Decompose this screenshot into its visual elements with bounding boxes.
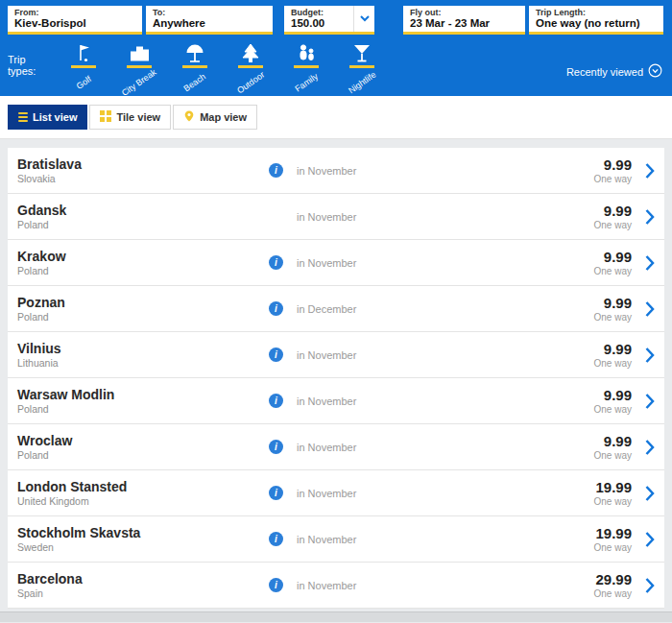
chevron-right-icon[interactable] [645,486,655,501]
price-block: 19.99 One way [594,479,632,507]
chevron-right-icon[interactable] [645,578,655,593]
underline-bar [182,65,207,68]
trip-length-value: One way (no return) [536,17,657,30]
budget-field[interactable]: Budget: 150.00 [284,6,374,35]
to-field[interactable]: To: Anywhere [146,6,273,35]
fare-type-label: One way [594,542,632,553]
travel-month: in November [297,395,594,407]
trip-length-field[interactable]: Trip Length: One way (no return) [529,6,663,35]
tab-map-view[interactable]: Map view [173,105,257,130]
fare-type-label: One way [594,588,632,599]
tree-icon [240,42,261,63]
travel-month: in November [297,349,594,361]
price-block: 9.99 One way [594,203,632,230]
results-list: Bratislava Slovakia in November 9.99 One… [8,148,664,609]
grid-icon [100,110,111,124]
chevron-right-icon[interactable] [645,255,655,271]
info-icon[interactable] [269,301,283,316]
price-block: 9.99 One way [594,249,632,276]
city-break-icon [129,42,150,63]
result-row[interactable]: London Stansted United Kingdom in Novemb… [8,470,664,516]
fly-out-field[interactable]: Fly out: 23 Mar - 23 Mar [403,6,525,35]
golf-icon [73,42,94,63]
trip-type-beach[interactable]: Beach [167,42,223,87]
destination: Wroclaw Poland [17,433,269,461]
price-value: 9.99 [594,295,632,311]
fare-type-label: One way [594,266,632,276]
fare-type-label: One way [594,312,632,323]
result-row[interactable]: Warsaw Modlin Poland in November 9.99 On… [8,378,664,424]
info-icon[interactable] [269,255,283,270]
city-name: Gdansk [17,203,269,218]
result-row[interactable]: Stockholm Skavsta Sweden in November 19.… [8,516,664,563]
price-value: 29.99 [594,571,632,587]
destination: Krakow Poland [17,249,269,276]
from-label: From: [14,8,135,17]
info-icon[interactable] [269,486,283,500]
chevron-right-icon[interactable] [645,394,655,409]
chevron-right-icon[interactable] [645,209,655,225]
travel-month: in November [297,534,594,545]
result-row[interactable]: Barcelona Spain in November 29.99 One wa… [8,563,664,609]
price-value: 9.99 [594,203,632,219]
travel-month: in November [297,488,594,499]
result-row[interactable]: Vilnius Lithuania in November 9.99 One w… [8,332,664,378]
travel-month: in December [297,303,594,315]
fare-type-label: One way [594,358,632,369]
result-row[interactable]: Gdansk Poland in November 9.99 One way [8,194,664,240]
trip-type-outdoor[interactable]: Outdoor [223,42,278,87]
price-value: 9.99 [594,156,632,173]
chevron-right-icon[interactable] [645,440,655,455]
chevron-right-icon[interactable] [645,347,655,363]
trip-type-golf[interactable]: Golf [56,42,111,87]
from-field[interactable]: From: Kiev-Borispol [8,6,142,35]
trip-type-label: Nightlife [347,70,377,96]
underline-bar [71,65,96,68]
chevron-right-icon[interactable] [645,301,655,317]
fare-type-label: One way [594,404,632,415]
fare-finder-page: From: Kiev-Borispol To: Anywhere Budget:… [0,0,672,623]
price-value: 19.99 [594,525,632,541]
price-block: 9.99 One way [594,156,632,184]
city-name: Krakow [17,249,269,264]
chevron-down-icon[interactable] [353,6,374,32]
info-icon[interactable] [269,347,283,362]
country-name: Poland [17,403,269,415]
fare-type-label: One way [594,496,632,507]
country-name: United Kingdom [17,495,269,507]
info-icon[interactable] [269,440,283,454]
recently-viewed-button[interactable]: Recently viewed [566,63,662,80]
city-name: Wroclaw [17,433,269,448]
info-icon[interactable] [269,532,283,546]
tab-tile-view[interactable]: Tile view [89,105,171,130]
chevron-right-icon[interactable] [645,163,655,179]
country-name: Poland [17,311,269,323]
price-block: 9.99 One way [594,433,632,461]
destination: Gdansk Poland [17,203,269,230]
trip-type-nightlife[interactable]: Nightlife [334,42,390,87]
budget-value: 150.00 [291,17,349,30]
city-name: Poznan [17,295,269,310]
result-row[interactable]: Wroclaw Poland in November 9.99 One way [8,424,664,470]
travel-month: in November [297,442,594,453]
result-row[interactable]: Poznan Poland in December 9.99 One way [8,286,664,332]
city-name: Barcelona [17,571,269,587]
trip-type-city-break[interactable]: City Break [111,42,167,87]
travel-month: in November [297,257,594,269]
price-block: 9.99 One way [594,295,632,323]
price-block: 19.99 One way [594,525,632,553]
tab-list-view[interactable]: List view [8,105,87,130]
result-row[interactable]: Krakow Poland in November 9.99 One way [8,240,664,286]
trip-type-label: Golf [74,74,92,91]
info-icon[interactable] [269,394,283,408]
info-icon[interactable] [269,163,283,178]
underline-bar [127,65,152,68]
trip-types-label: Trip types: [8,54,56,77]
chevron-right-icon[interactable] [645,532,655,547]
trip-type-list: Golf City Break Beach [56,42,390,87]
country-name: Poland [17,449,269,461]
from-value: Kiev-Borispol [14,17,135,30]
trip-type-family[interactable]: Family [278,42,334,87]
info-icon[interactable] [269,578,283,592]
result-row[interactable]: Bratislava Slovakia in November 9.99 One… [8,148,664,194]
